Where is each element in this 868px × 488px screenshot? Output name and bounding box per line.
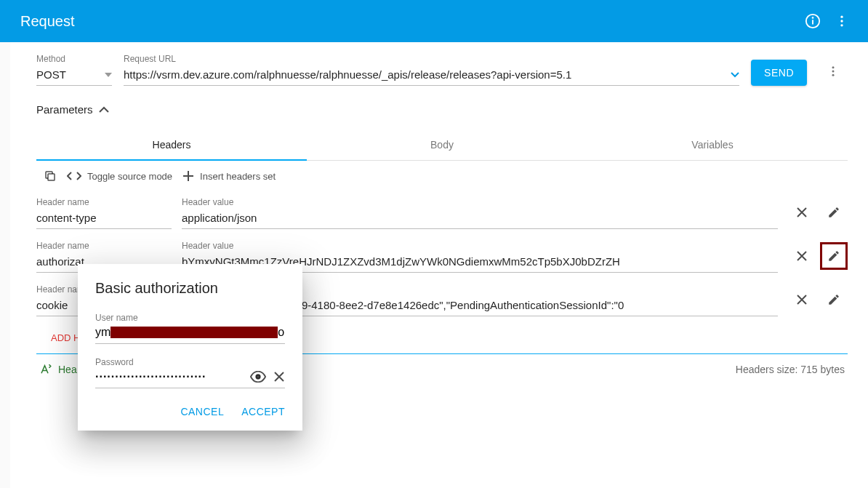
insert-headers-button[interactable]: Insert headers set: [182, 170, 276, 182]
svg-point-4: [840, 20, 843, 22]
send-button[interactable]: SEND: [751, 60, 807, 86]
header-value-input[interactable]: application/json: [182, 209, 778, 229]
method-field: Method POST: [36, 54, 112, 86]
chevron-up-icon: [99, 106, 109, 113]
svg-rect-9: [48, 174, 55, 180]
header-row: Header name content-type Header value ap…: [36, 191, 848, 235]
info-icon[interactable]: [798, 7, 827, 36]
svg-point-5: [840, 24, 843, 26]
remove-header-button[interactable]: [788, 199, 816, 226]
tab-variables[interactable]: Variables: [577, 130, 848, 160]
headers-set-indicator[interactable]: Hea: [39, 363, 77, 376]
remove-header-button[interactable]: [788, 242, 816, 270]
pencil-icon: [827, 206, 840, 219]
pencil-icon: [827, 249, 840, 263]
password-input[interactable]: ····························: [95, 369, 285, 388]
headers-toolbar: Toggle source mode Insert headers set: [36, 161, 848, 191]
pencil-icon: [827, 293, 840, 306]
more-vert-icon[interactable]: [827, 7, 856, 36]
svg-point-6: [832, 66, 835, 68]
chevron-down-icon: [105, 73, 112, 77]
clear-icon[interactable]: [273, 371, 285, 383]
svg-point-3: [840, 16, 843, 18]
chevron-down-icon[interactable]: [731, 72, 739, 78]
tabs: Headers Body Variables: [36, 130, 848, 161]
request-line: Method POST Request URL https://vsrm.dev…: [36, 54, 848, 86]
plus-icon: [182, 170, 194, 182]
url-label: Request URL: [124, 54, 739, 64]
svg-point-10: [256, 375, 260, 379]
parameters-toggle[interactable]: Parameters: [36, 103, 848, 116]
svg-point-7: [832, 71, 835, 73]
redaction-block: [110, 327, 278, 338]
url-field: Request URL https://vsrm.dev.azure.com/r…: [124, 54, 739, 86]
copy-button[interactable]: [44, 169, 57, 183]
dialog-title: Basic authorization: [95, 280, 285, 297]
cancel-button[interactable]: CANCEL: [180, 406, 224, 417]
app-title: Request: [20, 13, 798, 30]
edit-header-button[interactable]: [820, 286, 848, 313]
edit-header-button[interactable]: [820, 242, 848, 270]
password-label: Password: [95, 357, 285, 367]
username-label: User name: [95, 313, 285, 323]
code-icon: [67, 171, 81, 181]
edit-header-button[interactable]: [820, 199, 848, 226]
accept-button[interactable]: ACCEPT: [241, 406, 285, 417]
visibility-icon[interactable]: [250, 371, 266, 383]
more-vert-icon[interactable]: [819, 57, 848, 86]
header-name-input[interactable]: content-type: [36, 209, 172, 229]
app-bar: Request: [0, 0, 868, 42]
basic-auth-dialog: Basic authorization User name ymo Passwo…: [78, 264, 302, 431]
close-icon: [796, 294, 808, 305]
headers-size-label: Headers size: 715 bytes: [736, 364, 845, 375]
method-select[interactable]: POST: [36, 65, 112, 86]
svg-point-8: [832, 74, 835, 76]
dialog-actions: CANCEL ACCEPT: [95, 406, 285, 417]
method-label: Method: [36, 54, 112, 64]
tab-headers[interactable]: Headers: [36, 130, 307, 161]
tab-body[interactable]: Body: [307, 130, 577, 160]
username-input[interactable]: ymo: [95, 324, 285, 344]
close-icon: [796, 207, 808, 218]
toggle-source-button[interactable]: Toggle source mode: [67, 171, 172, 182]
svg-point-2: [813, 17, 813, 18]
remove-header-button[interactable]: [788, 286, 816, 313]
text-style-icon: [39, 363, 52, 376]
url-input[interactable]: https://vsrm.dev.azure.com/ralphnuesse/r…: [124, 65, 739, 86]
close-icon: [796, 250, 808, 262]
